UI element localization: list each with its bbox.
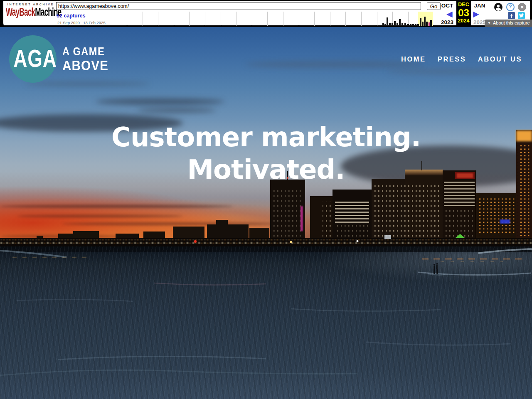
logo-wordmark: A GAME ABOVE [62, 45, 108, 73]
facebook-icon[interactable]: f [508, 12, 515, 19]
captures-date-range: 21 Sep 2020 - 13 Feb 2025 [57, 20, 106, 25]
hero-line-1: Customer marketing. [0, 121, 532, 153]
capture-timeline[interactable] [127, 12, 439, 26]
ocean [0, 246, 532, 399]
current-year-label: 2024 [456, 18, 471, 24]
next-month-label[interactable]: JAN [472, 2, 487, 9]
chevron-down-icon: ▼ [488, 21, 491, 25]
help-icon[interactable]: ? [506, 3, 515, 11]
prev-month-label[interactable]: OCT [440, 2, 455, 9]
current-month-label: DEC [456, 2, 471, 7]
logo-monogram: AGA [13, 34, 52, 83]
close-icon[interactable]: ✕ [518, 3, 526, 11]
site-viewport: AGA A GAME ABOVE HOME PRESS ABOUT US Cus… [0, 27, 532, 399]
nav-home[interactable]: HOME [401, 55, 426, 63]
wayback-toolbar: INTERNET ARCHIVE WayBackMachine Go 52 ca… [0, 0, 532, 27]
url-input[interactable] [56, 2, 421, 10]
prev-year-label[interactable]: 2023 [440, 19, 455, 25]
go-button[interactable]: Go [427, 2, 441, 10]
current-date-column: DEC 03 2024 [456, 0, 471, 26]
wayback-wordmark: WayBackMachine [6, 6, 47, 19]
nav-press[interactable]: PRESS [438, 55, 466, 63]
nav-about-us[interactable]: ABOUT US [478, 55, 522, 63]
wayback-machine-logo[interactable]: INTERNET ARCHIVE WayBackMachine [5, 2, 56, 25]
captures-link[interactable]: 52 captures [57, 13, 85, 19]
capture-sparkline [127, 12, 439, 26]
site-logo[interactable]: AGA A GAME ABOVE [9, 35, 115, 83]
twitter-icon[interactable] [518, 12, 525, 19]
hero-line-2: Motivated. [0, 153, 532, 186]
site-header: AGA A GAME ABOVE HOME PRESS ABOUT US [0, 27, 532, 114]
hero-heading: Customer marketing. Motivated. [0, 121, 532, 186]
profile-icon[interactable] [494, 3, 502, 11]
ocean-waves [0, 246, 532, 399]
aga-logo-circle: AGA [9, 35, 57, 83]
main-nav: HOME PRESS ABOUT US [391, 55, 522, 63]
about-this-capture[interactable]: ▼About this capture [485, 20, 532, 27]
next-capture-arrow[interactable]: ▶ [473, 10, 479, 18]
current-day[interactable]: 03 [456, 7, 471, 18]
distant-figures [433, 263, 438, 274]
prev-capture-arrow[interactable]: ◀ [446, 10, 453, 18]
